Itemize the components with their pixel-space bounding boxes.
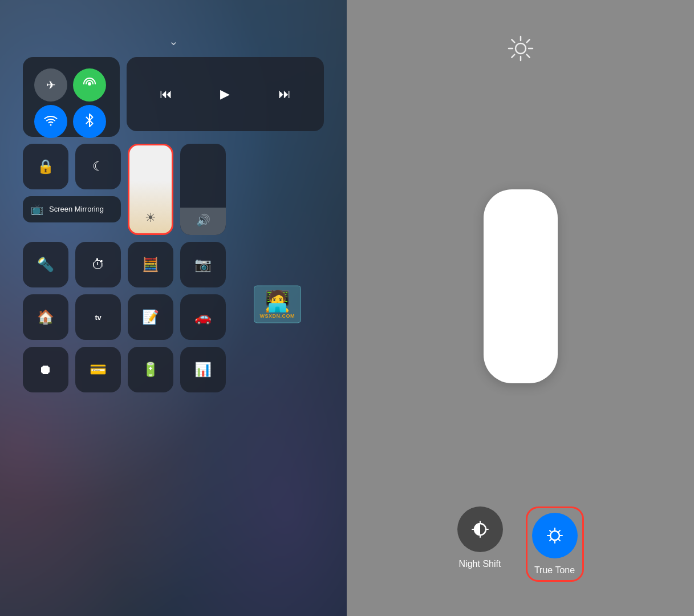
calculator-icon: 🧮 bbox=[142, 257, 159, 273]
lock-rotation-icon: 🔒 bbox=[37, 159, 54, 175]
play-pause-button[interactable]: ▶ bbox=[220, 87, 230, 102]
night-shift-button[interactable] bbox=[457, 506, 503, 552]
battery-button[interactable]: 🔋 bbox=[128, 347, 173, 392]
wifi-button[interactable] bbox=[34, 105, 67, 138]
record-icon: ⏺ bbox=[39, 362, 52, 378]
cellular-button[interactable] bbox=[73, 68, 106, 102]
bluetooth-icon bbox=[83, 114, 96, 130]
bottom-controls: Night Shift bbox=[457, 506, 584, 582]
next-track-button[interactable]: ⏭ bbox=[278, 87, 291, 102]
watermark-site: wsxdn.com bbox=[260, 313, 295, 319]
calculator-button[interactable]: 🧮 bbox=[128, 242, 173, 287]
svg-point-2 bbox=[516, 43, 526, 54]
wifi-icon bbox=[44, 114, 58, 130]
moon-icon: ☾ bbox=[92, 159, 104, 174]
connectivity-block: ✈ bbox=[23, 57, 120, 137]
rotation-lock-button[interactable]: 🔒 bbox=[23, 144, 68, 189]
brightness-slider-wrapper: ☀ bbox=[128, 144, 173, 235]
control-center: ⌄ ✈ bbox=[0, 0, 347, 415]
svg-line-8 bbox=[526, 55, 529, 58]
cellular-icon bbox=[83, 77, 96, 94]
svg-line-10 bbox=[512, 55, 514, 58]
flashlight-button[interactable]: 🔦 bbox=[23, 242, 68, 287]
true-tone-label: True Tone bbox=[534, 565, 575, 576]
right-panel: Night Shift bbox=[347, 0, 694, 616]
airplane-icon: ✈ bbox=[46, 78, 56, 92]
svg-line-7 bbox=[512, 39, 514, 42]
screen-mirroring-button[interactable]: 📺 Screen Mirroring bbox=[23, 196, 121, 222]
lock-moon-row: 🔒 ☾ bbox=[23, 144, 121, 189]
sound-recognition-button[interactable]: 📊 bbox=[180, 347, 226, 392]
notes-icon: 📝 bbox=[142, 309, 159, 325]
screen-record-button[interactable]: ⏺ bbox=[23, 347, 68, 392]
svg-line-9 bbox=[526, 39, 529, 42]
camera-icon: 📷 bbox=[194, 257, 212, 273]
screen-mirroring-icon: 📺 bbox=[31, 203, 43, 216]
svg-point-1 bbox=[50, 124, 52, 125]
previous-track-button[interactable]: ⏮ bbox=[160, 87, 172, 102]
media-block: ⏮ ▶ ⏭ bbox=[127, 57, 324, 131]
brightness-slider[interactable]: ☀ bbox=[128, 144, 173, 235]
timer-icon: ⏱ bbox=[91, 257, 105, 273]
notes-button[interactable]: 📝 bbox=[128, 294, 173, 340]
airplane-mode-button[interactable]: ✈ bbox=[34, 68, 67, 102]
do-not-disturb-button[interactable]: ☾ bbox=[75, 144, 121, 189]
bluetooth-button[interactable] bbox=[73, 105, 106, 138]
apple-tv-button[interactable]: tv bbox=[75, 294, 121, 340]
brightness-icon: ☀ bbox=[145, 210, 156, 225]
apple-tv-icon: tv bbox=[95, 313, 102, 322]
left-buttons: 🔒 ☾ 📺 Screen Mirroring bbox=[23, 144, 121, 235]
svg-line-24 bbox=[550, 539, 552, 541]
home-button[interactable]: 🏠 bbox=[23, 294, 68, 340]
night-shift-item: Night Shift bbox=[457, 506, 503, 569]
svg-point-0 bbox=[88, 82, 91, 86]
flashlight-icon: 🔦 bbox=[37, 257, 54, 273]
brightness-pill[interactable] bbox=[484, 189, 558, 383]
top-row: ✈ bbox=[23, 57, 324, 137]
wallet-icon: 💳 bbox=[90, 362, 107, 378]
connectivity-grid: ✈ bbox=[29, 63, 114, 144]
volume-icon: 🔊 bbox=[196, 213, 210, 227]
car-play-button[interactable]: 🚗 bbox=[180, 294, 226, 340]
svg-line-23 bbox=[558, 530, 560, 533]
battery-icon: 🔋 bbox=[142, 362, 159, 378]
watermark: 🧑‍💻 wsxdn.com bbox=[254, 285, 302, 323]
car-icon: 🚗 bbox=[194, 309, 212, 325]
watermark-figure: 🧑‍💻 bbox=[260, 289, 295, 313]
home-icon: 🏠 bbox=[37, 309, 54, 325]
wallet-button[interactable]: 💳 bbox=[75, 347, 121, 392]
watermark-box: 🧑‍💻 wsxdn.com bbox=[254, 285, 302, 323]
camera-button[interactable]: 📷 bbox=[180, 242, 226, 287]
sun-icon-top bbox=[506, 34, 535, 66]
extras-row: ⏺ 💳 🔋 📊 bbox=[23, 347, 324, 392]
true-tone-item: True Tone bbox=[532, 513, 578, 576]
left-panel: ⌄ ✈ bbox=[0, 0, 347, 616]
sound-icon: 📊 bbox=[194, 362, 212, 378]
svg-line-21 bbox=[550, 530, 552, 533]
svg-line-22 bbox=[558, 539, 560, 541]
volume-slider[interactable]: 🔊 bbox=[180, 144, 226, 235]
slider-row: 🔒 ☾ 📺 Screen Mirroring ☀ bbox=[23, 144, 324, 235]
chevron-down-icon[interactable]: ⌄ bbox=[23, 34, 324, 48]
night-shift-label: Night Shift bbox=[459, 559, 501, 569]
true-tone-button[interactable] bbox=[532, 513, 578, 558]
screen-mirroring-label: Screen Mirroring bbox=[49, 205, 104, 214]
timer-button[interactable]: ⏱ bbox=[75, 242, 121, 287]
true-tone-wrapper: True Tone bbox=[526, 506, 584, 582]
tools-row: 🔦 ⏱ 🧮 📷 bbox=[23, 242, 324, 287]
